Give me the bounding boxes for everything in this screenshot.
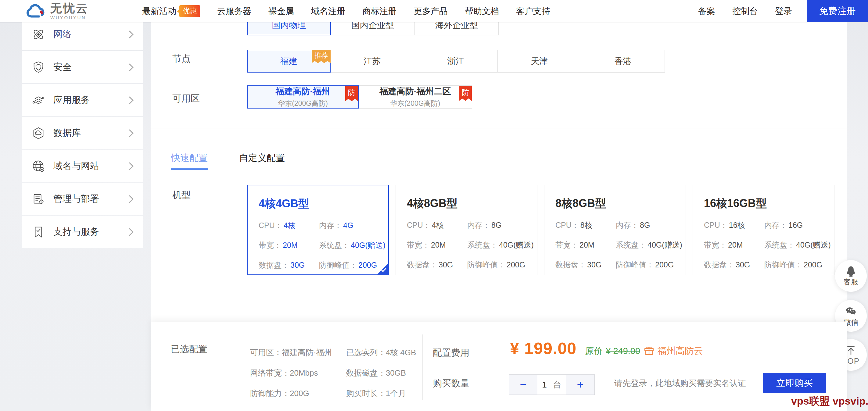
quantity-label: 购买数量 (433, 377, 469, 390)
summary-row: 防御能力：200G (250, 388, 332, 399)
register-button[interactable]: 免费注册 (807, 0, 868, 22)
quantity-stepper: − 1 台 + (509, 374, 595, 395)
promo-product-label: 福州高防云 (657, 345, 703, 357)
chevron-right-icon (126, 228, 133, 236)
machine-title: 8核8GB型 (555, 196, 686, 211)
spec-value: 40G(赠送) (796, 241, 831, 249)
node-option-jiangsu[interactable]: 江苏 (331, 50, 414, 72)
quantity-plus-button[interactable]: + (566, 374, 595, 395)
sidebar-item-label: 支持与服务 (53, 226, 99, 238)
nav-item-bare-metal[interactable]: 裸金属 (269, 5, 294, 17)
fee-label: 配置费用 (433, 347, 469, 359)
zone-row-label: 可用区 (172, 92, 200, 105)
nav-item-domain-register[interactable]: 域名注册 (311, 5, 345, 17)
nav-item-trademark[interactable]: 商标注册 (362, 5, 397, 17)
nav-link-console[interactable]: 控制台 (732, 5, 758, 17)
spec-label: CPU： (704, 221, 728, 229)
nav-item-label: 最新活动 (142, 5, 176, 17)
machine-card-16c16g[interactable]: 16核16GB型 CPU：16核 内存：16G 带宽：20M 系统盘：40G(赠… (693, 185, 834, 275)
nav-item-activities[interactable]: 最新活动 优惠 (142, 5, 200, 17)
spec-label: 防御峰值： (467, 260, 505, 269)
node-options: 福建 推荐 江苏 浙江 天津 香港 (247, 50, 665, 72)
summary-label: 防御能力： (250, 389, 290, 398)
spec-value: 40G(赠送) (351, 241, 385, 249)
sidebar-item-manage-deploy[interactable]: 管理与部署 (22, 183, 143, 215)
selected-check-icon (377, 263, 389, 275)
logo[interactable]: 无忧云 WUYOUYUN (26, 2, 89, 20)
quantity-minus-button[interactable]: − (509, 374, 537, 395)
spec-value: 8G (640, 221, 650, 229)
sidebar-item-app-services[interactable]: 应用服务 (22, 84, 143, 116)
summary-value: 200G (290, 389, 309, 398)
original-price-label: 原价 (585, 345, 603, 357)
node-option-fujian[interactable]: 福建 推荐 (247, 50, 331, 72)
summary-label: 可用区： (250, 348, 282, 357)
shield-icon (31, 60, 45, 74)
machine-card-4c4g[interactable]: 4核4GB型 CPU：4核 内存：4G 带宽：20M 系统盘：40G(赠送) 数… (247, 185, 389, 275)
support-service-icon (31, 225, 45, 239)
node-option-hongkong[interactable]: 香港 (581, 50, 665, 72)
node-option-zhejiang[interactable]: 浙江 (414, 50, 498, 72)
zone-option-fuzhou-2[interactable]: 福建高防·福州二区 华东(200G高防) 防 (359, 85, 472, 108)
machine-specs: CPU：4核 内存：8G 带宽：20M 系统盘：40G(赠送) 数据盘：30G … (407, 220, 537, 270)
nav-menu: 最新活动 优惠 云服务器 裸金属 域名注册 商标注册 更多产品 帮助文档 客户支… (142, 5, 550, 17)
chevron-right-icon (126, 31, 133, 38)
sidebar-item-support-service[interactable]: 支持与服务 (22, 216, 143, 248)
node-option-tianjin[interactable]: 天津 (498, 50, 581, 72)
tab-quick-config[interactable]: 快速配置 (171, 152, 208, 164)
logo-title: 无忧云 (50, 2, 89, 14)
node-label: 福建 (280, 56, 298, 67)
purchase-panel: 已选配置 可用区：福建高防·福州 已选实列：4核 4GB 网络带宽：20Mbps… (151, 322, 847, 411)
spec-label: 系统盘： (616, 241, 646, 249)
logo-text: 无忧云 WUYOUYUN (50, 2, 89, 20)
buy-now-button[interactable]: 立即购买 (763, 373, 826, 393)
nav-item-help-docs[interactable]: 帮助文档 (465, 5, 499, 17)
zone-option-fuzhou[interactable]: 福建高防·福州 华东(200G高防) 防 (247, 85, 359, 108)
sidebar-item-network[interactable]: 网络 (22, 18, 143, 50)
nav-item-more-products[interactable]: 更多产品 (413, 5, 448, 17)
summary-label: 数据磁盘： (346, 368, 386, 377)
globe-icon (31, 159, 45, 173)
node-label: 浙江 (447, 56, 465, 67)
spec-label: 数据盘： (259, 261, 289, 269)
spec-label: 系统盘： (764, 241, 795, 249)
float-service-label: 客服 (844, 277, 858, 287)
sidebar: 网络 安全 应用服务 (22, 18, 143, 249)
sidebar-item-security[interactable]: 安全 (22, 51, 143, 83)
spec-value: 200G (506, 260, 525, 269)
spec-label: 防御峰值： (764, 260, 802, 269)
logo-subtitle: WUYOUYUN (50, 15, 89, 20)
spec-label: 内存： (616, 221, 639, 229)
active-tab-underline (171, 168, 208, 170)
float-service-button[interactable]: 客服 (835, 260, 867, 292)
chevron-right-icon (126, 63, 133, 71)
machine-card-8c8g[interactable]: 8核8GB型 CPU：8核 内存：8G 带宽：20M 系统盘：40G(赠送) 数… (544, 185, 686, 275)
spec-label: CPU： (555, 221, 579, 229)
sidebar-item-domain-website[interactable]: 域名与网站 (22, 150, 143, 182)
zone-subtitle: 华东(200G高防) (391, 99, 440, 108)
page: 国内物理 国内企业型 海外企业型 节点 福建 推荐 江苏 浙江 天津 (0, 0, 868, 411)
spec-value: 16G (788, 221, 803, 229)
machine-card-4c8g[interactable]: 4核8GB型 CPU：4核 内存：8G 带宽：20M 系统盘：40G(赠送) 数… (396, 185, 537, 275)
tab-custom-config[interactable]: 自定义配置 (239, 152, 285, 164)
summary-row: 网络带宽：20Mbps (250, 368, 332, 378)
machine-specs: CPU：16核 内存：16G 带宽：20M 系统盘：40G(赠送) 数据盘：30… (704, 220, 834, 270)
spec-value: 8核 (580, 221, 592, 229)
spec-label: 系统盘： (319, 241, 349, 249)
summary-value: 4核 4GB (386, 348, 416, 357)
minus-icon: − (520, 378, 526, 391)
nav-link-beian[interactable]: 备案 (698, 5, 715, 17)
spec-label: 数据盘： (407, 260, 437, 269)
nav-item-cloud-server[interactable]: 云服务器 (217, 5, 251, 17)
summary-value: 福建高防·福州 (282, 348, 332, 357)
nav-item-customer-support[interactable]: 客户支持 (516, 5, 550, 17)
spec-value: 30G (290, 261, 305, 269)
quantity-display[interactable]: 1 台 (537, 374, 566, 395)
spec-value: 30G (439, 260, 453, 269)
summary-label: 网络带宽： (250, 368, 290, 377)
sidebar-item-database[interactable]: 数据库 (22, 117, 143, 149)
spec-label: 带宽： (555, 241, 578, 249)
sidebar-item-label: 域名与网站 (53, 160, 99, 172)
nav-link-login[interactable]: 登录 (775, 5, 792, 17)
nav-item-label: 帮助文档 (465, 5, 499, 17)
